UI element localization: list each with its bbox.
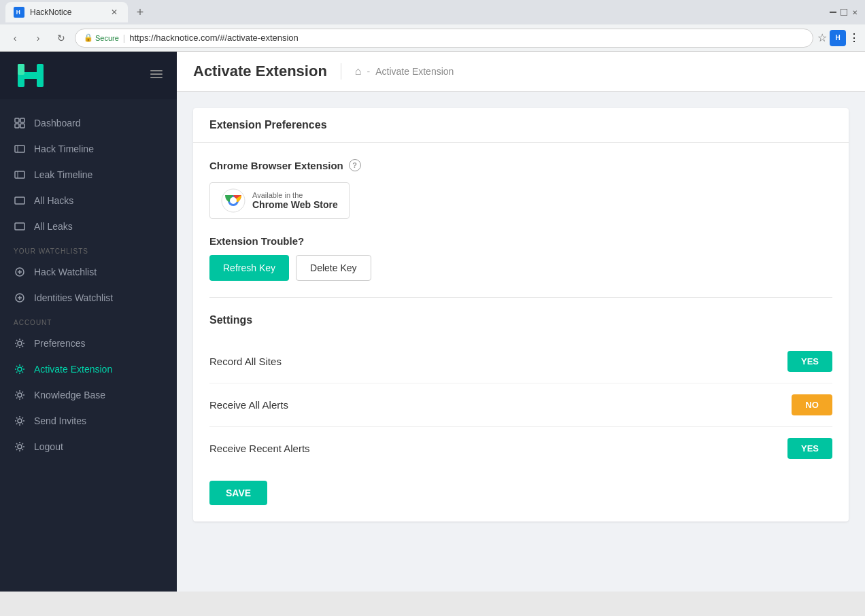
activate-extension-icon <box>14 363 26 375</box>
record-all-sites-toggle[interactable]: YES <box>787 351 832 372</box>
sidebar-item-activate-extension[interactable]: Activate Extension <box>0 356 177 382</box>
svg-text:H: H <box>16 9 20 16</box>
app-container: Dashboard Hack Timeline <box>0 52 865 592</box>
chrome-extension-help-icon[interactable]: ? <box>349 159 361 171</box>
preferences-icon <box>14 337 26 349</box>
record-all-sites-label: Record All Sites <box>209 356 787 367</box>
hack-watchlist-icon <box>14 266 26 278</box>
sidebar-item-send-invites[interactable]: Send Invites <box>0 408 177 434</box>
sidebar-item-label: All Hacks <box>34 195 73 206</box>
sidebar-item-all-leaks[interactable]: All Leaks <box>0 213 177 239</box>
svg-point-35 <box>230 197 237 204</box>
tab-title: HackNotice <box>30 7 71 17</box>
chrome-web-store-button[interactable]: Available in the Chrome Web Store <box>209 182 350 219</box>
sidebar-item-label: Hack Watchlist <box>34 267 97 277</box>
svg-point-31 <box>18 419 22 423</box>
breadcrumb-home[interactable]: ⌂ <box>355 65 362 78</box>
knowledge-base-icon <box>14 389 26 401</box>
receive-all-alerts-toggle[interactable]: NO <box>792 394 832 415</box>
chrome-store-big-text: Chrome Web Store <box>252 199 338 210</box>
receive-recent-alerts-label: Receive Recent Alerts <box>209 443 787 454</box>
leak-timeline-icon <box>14 169 26 181</box>
trouble-buttons: Refresh Key Delete Key <box>209 255 832 281</box>
minimize-button[interactable] <box>828 7 838 17</box>
tab-close-button[interactable]: ✕ <box>109 7 120 18</box>
forward-button[interactable]: › <box>29 29 48 48</box>
sidebar-item-hack-watchlist[interactable]: Hack Watchlist <box>0 259 177 285</box>
browser-tab[interactable]: H HackNotice ✕ <box>5 2 128 22</box>
hacknotice-ext-button[interactable]: H <box>830 30 846 46</box>
trouble-title: Extension Trouble? <box>209 235 832 247</box>
sidebar-item-hack-timeline[interactable]: Hack Timeline <box>0 136 177 162</box>
extension-preferences-card: Extension Preferences Chrome Browser Ext… <box>193 108 849 521</box>
main-content: Activate Extension ⌂ - Activate Extensio… <box>177 52 865 592</box>
svg-rect-9 <box>150 70 163 71</box>
receive-all-alerts-label: Receive All Alerts <box>209 399 792 411</box>
send-invites-icon <box>14 415 26 427</box>
sidebar-item-logout[interactable]: Logout <box>0 434 177 460</box>
receive-recent-alerts-toggle[interactable]: YES <box>787 438 832 459</box>
svg-rect-16 <box>15 146 24 152</box>
sidebar: Dashboard Hack Timeline <box>0 52 177 592</box>
chrome-extension-section: Chrome Browser Extension ? <box>209 159 832 171</box>
sidebar-item-label: Send Invites <box>34 415 86 426</box>
trouble-section: Extension Trouble? Refresh Key Delete Ke… <box>209 235 832 281</box>
sidebar-item-label: Activate Extension <box>34 364 112 375</box>
title-bar: H HackNotice ✕ + ✕ <box>0 0 865 24</box>
close-button[interactable]: ✕ <box>850 7 860 17</box>
svg-point-30 <box>18 393 22 397</box>
address-bar-actions: ☆ H ⋮ <box>817 30 860 46</box>
url-bar[interactable]: 🔒 Secure | https://hacknotice.com/#/acti… <box>75 29 813 48</box>
account-section-label: ACCOUNT <box>0 311 177 330</box>
maximize-button[interactable] <box>839 7 849 17</box>
app-logo <box>14 58 48 92</box>
card-header-title: Extension Preferences <box>209 119 832 131</box>
svg-rect-14 <box>15 124 19 128</box>
refresh-key-button[interactable]: Refresh Key <box>209 255 289 281</box>
svg-rect-2 <box>830 12 836 13</box>
settings-title: Settings <box>209 314 832 326</box>
address-bar: ‹ › ↻ 🔒 Secure | https://hacknotice.com/… <box>0 24 865 52</box>
card-header: Extension Preferences <box>193 108 849 143</box>
new-tab-button[interactable]: + <box>131 3 150 22</box>
delete-key-button[interactable]: Delete Key <box>296 255 371 281</box>
bookmark-button[interactable]: ☆ <box>817 31 827 44</box>
sidebar-header <box>0 52 177 99</box>
sidebar-item-label: Preferences <box>34 338 85 349</box>
breadcrumb-current: Activate Extension <box>375 66 454 77</box>
refresh-button[interactable]: ↻ <box>52 29 71 48</box>
svg-rect-15 <box>20 124 24 128</box>
browser-menu-button[interactable]: ⋮ <box>849 31 860 44</box>
breadcrumb: ⌂ - Activate Extension <box>355 65 454 78</box>
all-leaks-icon <box>14 220 26 233</box>
sidebar-item-identities-watchlist[interactable]: Identities Watchlist <box>0 285 177 311</box>
tab-favicon: H <box>14 7 24 18</box>
secure-badge: 🔒 Secure <box>84 33 119 42</box>
svg-rect-21 <box>15 223 24 230</box>
settings-section: Settings Record All Sites YES Receive Al… <box>209 314 832 470</box>
svg-rect-18 <box>15 171 24 178</box>
back-button[interactable]: ‹ <box>5 29 24 48</box>
save-button[interactable]: SAVE <box>209 481 267 505</box>
sidebar-item-preferences[interactable]: Preferences <box>0 330 177 356</box>
svg-point-29 <box>18 367 22 371</box>
sidebar-item-label: Logout <box>34 441 63 452</box>
watchlists-section-label: YOUR WATCHLISTS <box>0 239 177 259</box>
sidebar-item-leak-timeline[interactable]: Leak Timeline <box>0 162 177 188</box>
svg-rect-12 <box>15 118 19 122</box>
chrome-store-small-text: Available in the <box>252 191 338 199</box>
settings-row-receive-all-alerts: Receive All Alerts NO <box>209 383 832 427</box>
sidebar-action-icon[interactable] <box>150 67 163 84</box>
sidebar-item-label: Dashboard <box>34 118 81 129</box>
svg-rect-10 <box>150 73 163 75</box>
svg-rect-11 <box>150 77 163 78</box>
svg-point-28 <box>18 341 22 345</box>
svg-rect-13 <box>20 118 24 122</box>
sidebar-item-all-hacks[interactable]: All Hacks <box>0 188 177 213</box>
sidebar-item-label: All Leaks <box>34 221 73 232</box>
svg-rect-8 <box>18 64 24 75</box>
card-body: Chrome Browser Extension ? <box>193 143 849 521</box>
sidebar-item-label: Leak Timeline <box>34 169 92 180</box>
sidebar-item-knowledge-base[interactable]: Knowledge Base <box>0 382 177 408</box>
sidebar-item-dashboard[interactable]: Dashboard <box>0 110 177 136</box>
